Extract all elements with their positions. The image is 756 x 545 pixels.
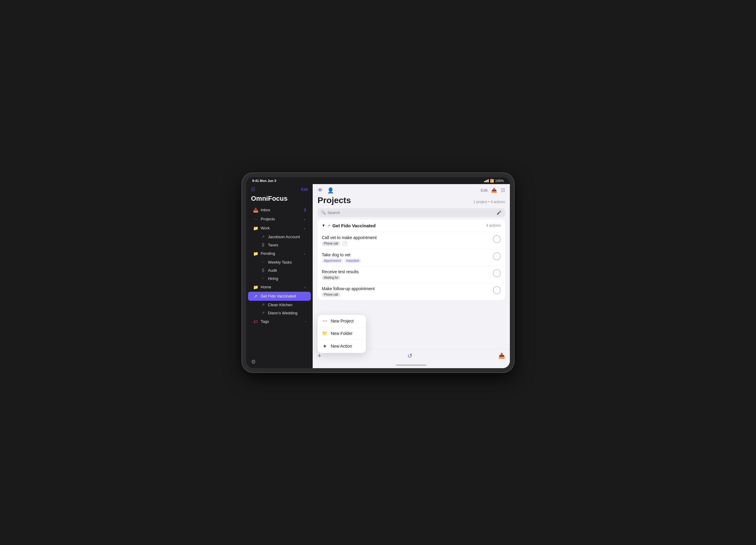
- task-tags: Appointment Important: [322, 259, 490, 263]
- edit-button[interactable]: Edit: [481, 188, 487, 193]
- status-icons: 📶 100%: [484, 179, 504, 183]
- sidebar-item-weekly-tasks[interactable]: ⋅⋅ Weekly Tasks: [248, 258, 311, 266]
- sidebar-item-hiring[interactable]: ⋅⋅ Hiring: [248, 274, 311, 282]
- sidebar-item-clean-kitchen[interactable]: ↗ Clean Kitchen: [248, 301, 311, 309]
- sidebar-item-label: Tags: [261, 319, 303, 324]
- task-complete-circle[interactable]: ⋯: [493, 235, 501, 243]
- inbox-icon[interactable]: 📥: [498, 352, 505, 359]
- signal-bars-icon: [484, 179, 489, 182]
- task-name: Receive test results: [322, 269, 490, 274]
- sidebar-item-work[interactable]: 📁 Work ⌄: [248, 224, 311, 233]
- share-icon[interactable]: 📤: [491, 188, 497, 193]
- project-header: ▼ ↗ Get Fido Vaccinated 4 actions: [318, 220, 505, 232]
- sidebar-item-label: Taxes: [268, 243, 278, 247]
- project-name: Get Fido Vaccinated: [332, 223, 486, 228]
- task-complete-circle[interactable]: ⋯: [493, 253, 501, 260]
- sidebar-title: OmniFocus: [246, 194, 313, 206]
- task-content: Make follow-up appointment Phone call: [322, 286, 490, 297]
- projects-icon: ⋅⋅⋅: [253, 217, 258, 222]
- home-indicator: [313, 362, 510, 368]
- project-icon: ↗: [253, 294, 258, 298]
- sidebar-item-home[interactable]: 📁 Home ⌄: [248, 282, 311, 292]
- context-menu-item-new-project[interactable]: ⋅⋅⋅ New Project: [318, 315, 366, 327]
- sidebar-item-get-fido-vaccinated[interactable]: ↗ Get Fido Vaccinated: [248, 292, 311, 301]
- new-action-icon: +: [322, 343, 328, 349]
- task-content: Take dog to vet Appointment Important: [322, 253, 490, 263]
- task-content: Receive test results Waiting for: [322, 269, 490, 280]
- sidebar-item-label: Home: [261, 285, 301, 289]
- inbox-badge: 3: [304, 208, 306, 212]
- main-content: ☷ Edit OmniFocus 📥 Inbox 3 ⋅⋅⋅ Projects …: [246, 184, 510, 368]
- sidebar-item-label: Pending: [261, 251, 301, 256]
- eye-icon[interactable]: 👁: [318, 187, 323, 194]
- search-icon: 🔍: [321, 211, 326, 215]
- context-menu-label: New Action: [331, 344, 352, 348]
- context-menu-label: New Project: [331, 318, 354, 323]
- search-input[interactable]: [327, 211, 495, 215]
- sidebar-item-label: Hiring: [268, 276, 278, 281]
- device-screen: 9:41 Mon Jun 3 📶 100% ☷ Edit: [246, 177, 510, 368]
- sidebar-item-tags[interactable]: 🏷 Tags ›: [248, 317, 311, 326]
- sidebar-item-taxes[interactable]: ⋚ Taxes: [248, 241, 311, 249]
- task-complete-circle[interactable]: ⋯: [493, 269, 501, 277]
- sidebar-footer: ⚙: [246, 355, 313, 368]
- context-menu-item-new-folder[interactable]: 📁 New Folder: [318, 327, 366, 340]
- parallel-icon: ⋚: [261, 268, 266, 272]
- panel-header-right: Edit 📤 ☷: [481, 188, 505, 193]
- task-name: Make follow-up appointment: [322, 286, 490, 291]
- panel-title-row: Projects 1 project • 4 actions: [313, 196, 510, 207]
- sidebar-item-label: Audit: [268, 268, 277, 272]
- chevron-down-icon: ⌄: [303, 226, 306, 230]
- task-item: Call vet to make appointment Phone call …: [318, 232, 505, 250]
- sidebar: ☷ Edit OmniFocus 📥 Inbox 3 ⋅⋅⋅ Projects …: [246, 184, 313, 368]
- task-tags: Phone call 📄: [322, 241, 490, 246]
- note-icon: 📄: [342, 241, 347, 246]
- project-icon: ↗: [261, 235, 266, 239]
- folder-icon: 📁: [253, 251, 258, 256]
- task-name: Call vet to make appointment: [322, 235, 490, 240]
- microphone-icon[interactable]: 🎤: [497, 211, 501, 215]
- sidebar-item-label: Diann's Wedding: [268, 311, 298, 315]
- task-complete-circle[interactable]: ⋯: [493, 286, 501, 294]
- project-action-count: 4 actions: [486, 224, 501, 228]
- task-item: Take dog to vet Appointment Important ⋯: [318, 250, 505, 266]
- task-content: Call vet to make appointment Phone call …: [322, 235, 490, 246]
- panel-header-left: 👁 👤: [318, 187, 334, 194]
- device-frame: 9:41 Mon Jun 3 📶 100% ☷ Edit: [242, 173, 514, 372]
- sidebar-toggle-icon[interactable]: ☷: [251, 187, 255, 192]
- context-menu: ⋅⋅⋅ New Project 📁 New Folder + New Actio…: [318, 315, 366, 353]
- sidebar-item-projects[interactable]: ⋅⋅⋅ Projects ⌄: [248, 215, 311, 224]
- chevron-right-icon: ›: [305, 320, 306, 323]
- sidebar-item-audit[interactable]: ⋚ Audit: [248, 266, 311, 274]
- settings-icon[interactable]: ⚙: [251, 359, 256, 365]
- layout-icon[interactable]: ☷: [501, 188, 505, 193]
- task-item: Make follow-up appointment Phone call ⋯: [318, 283, 505, 300]
- undo-button[interactable]: ↺: [407, 352, 412, 359]
- tag-phone-call: Phone call: [322, 241, 340, 246]
- project-icon: ↗: [261, 302, 266, 307]
- task-tags: Phone call: [322, 292, 490, 297]
- collapse-chevron-icon[interactable]: ▼: [322, 224, 325, 228]
- person-icon[interactable]: 👤: [327, 187, 334, 194]
- main-panel: 👁 👤 Edit 📤 ☷ Projects 1 project • 4 acti…: [313, 184, 510, 368]
- sidebar-item-pending[interactable]: 📁 Pending ⌄: [248, 249, 311, 258]
- inbox-icon: 📥: [253, 208, 258, 213]
- sidebar-header: ☷ Edit: [246, 184, 313, 194]
- sidebar-item-label: Get Fido Vaccinated: [261, 294, 306, 298]
- search-bar[interactable]: 🔍 🎤: [318, 208, 505, 217]
- sidebar-item-inbox[interactable]: 📥 Inbox 3: [248, 206, 311, 215]
- project-count-subtitle: 1 project • 4 actions: [473, 200, 505, 204]
- tag-phone-call: Phone call: [322, 292, 340, 297]
- task-item: Receive test results Waiting for ⋯: [318, 266, 505, 283]
- sidebar-edit-button[interactable]: Edit: [301, 187, 308, 192]
- new-folder-icon: 📁: [322, 331, 328, 336]
- sidebar-item-dianns-wedding[interactable]: ↗ Diann's Wedding: [248, 309, 311, 317]
- new-project-icon: ⋅⋅⋅: [322, 318, 328, 324]
- chevron-down-icon: ⌄: [303, 217, 306, 221]
- battery-icon: 100%: [495, 179, 504, 183]
- task-name: Take dog to vet: [322, 253, 490, 257]
- sidebar-item-jacobson[interactable]: ↗ Jacobson Account: [248, 233, 311, 241]
- sidebar-item-label: Clean Kitchen: [268, 302, 292, 307]
- wifi-icon: 📶: [490, 179, 494, 183]
- context-menu-item-new-action[interactable]: + New Action: [318, 340, 366, 353]
